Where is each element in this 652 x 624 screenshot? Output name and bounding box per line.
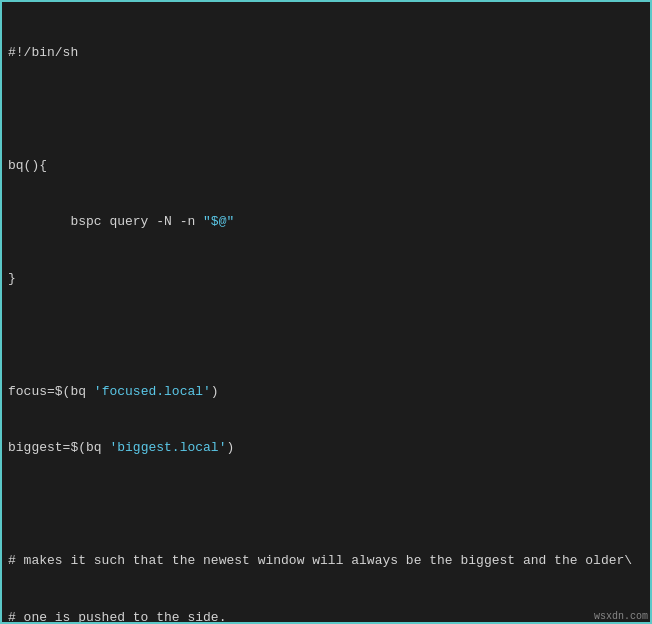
code-line-2 [8,100,644,119]
code-line-10: # makes it such that the newest window w… [8,552,644,571]
watermark: wsxdn.com [594,611,648,622]
editor-area: #!/bin/sh bq(){ bspc query -N -n "$@" } … [2,2,650,624]
code-line-7: focus=$(bq 'focused.local') [8,383,644,402]
code-line-9 [8,496,644,515]
code-line-5: } [8,270,644,289]
code-line-8: biggest=$(bq 'biggest.local') [8,439,644,458]
code-line-3: bq(){ [8,157,644,176]
code-line-6 [8,326,644,345]
code-line-4: bspc query -N -n "$@" [8,213,644,232]
code-line-1: #!/bin/sh [8,44,644,63]
terminal-container: #!/bin/sh bq(){ bspc query -N -n "$@" } … [0,0,652,624]
code-line-11: # one is pushed to the side. [8,609,644,624]
